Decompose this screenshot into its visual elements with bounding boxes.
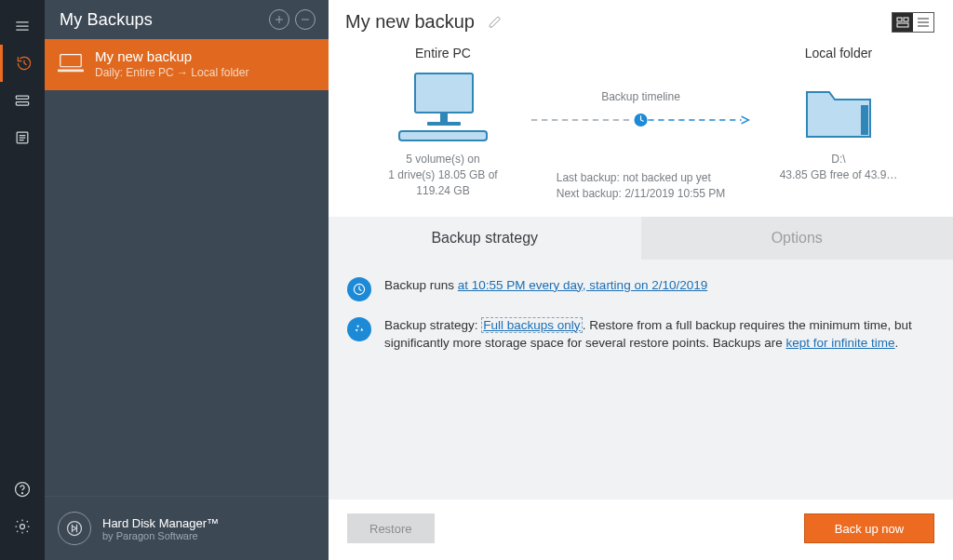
svg-rect-6: [60, 55, 81, 67]
last-backup-text: Last backup: not backed up yet: [557, 170, 725, 186]
svg-rect-1: [16, 102, 28, 105]
svg-rect-15: [399, 131, 487, 140]
backup-item-title: My new backup: [95, 48, 248, 64]
schedule-link[interactable]: at 10:55 PM every day, starting on 2/10/…: [458, 278, 707, 292]
page-title: My new backup: [345, 11, 475, 33]
backup-runs-text: Backup runs at 10:55 PM every day, start…: [384, 276, 707, 295]
add-backup-button[interactable]: [269, 9, 289, 30]
branding: Hard Disk Manager™ by Paragon Software: [45, 496, 329, 560]
svg-point-8: [68, 522, 82, 536]
clock-icon: [347, 277, 371, 301]
dest-meta-2: 43.85 GB free of 43.9…: [780, 167, 898, 183]
strategy-mode-link[interactable]: Full backups only: [481, 317, 582, 333]
source-meta-3: 119.24 GB: [388, 183, 497, 199]
svg-rect-10: [904, 18, 908, 21]
svg-rect-12: [415, 73, 473, 113]
svg-rect-9: [897, 18, 902, 21]
svg-rect-0: [16, 96, 28, 99]
svg-rect-14: [427, 122, 461, 126]
brand-logo-icon: [58, 512, 91, 545]
next-backup-text: Next backup: 2/11/2019 10:55 PM: [557, 186, 725, 202]
svg-rect-11: [897, 23, 908, 27]
history-icon[interactable]: [0, 45, 45, 82]
remove-backup-button[interactable]: [295, 9, 315, 30]
restore-button[interactable]: Restore: [347, 513, 435, 543]
view-cards-button[interactable]: [893, 13, 913, 32]
edit-icon[interactable]: [488, 15, 503, 30]
view-list-button[interactable]: [913, 13, 933, 32]
dest-title: Local folder: [805, 46, 872, 60]
dest-column: Local folder D:\ 43.85 GB free of 43.9…: [750, 46, 927, 183]
timeline-column: Backup timeline Last backup: not backed …: [531, 46, 750, 202]
source-meta-2: 1 drive(s) 18.05 GB of: [388, 167, 497, 183]
settings-icon[interactable]: [0, 508, 45, 545]
tabs: Backup strategy Options: [329, 217, 953, 260]
help-icon[interactable]: [0, 471, 45, 508]
list-icon[interactable]: [0, 119, 45, 156]
folder-illustration: [801, 70, 876, 142]
source-title: Entire PC: [415, 46, 471, 60]
svg-point-4: [22, 493, 23, 494]
pc-illustration: [392, 70, 494, 142]
backup-now-button[interactable]: Back up now: [804, 513, 934, 543]
source-meta-1: 5 volume(s) on: [388, 152, 497, 167]
source-column: Entire PC 5 volume(s) on 1 drive(s) 18.0…: [355, 46, 531, 198]
brand-line2: by Paragon Software: [102, 530, 219, 541]
sidebar: My Backups My new backup Daily: Entire P…: [45, 0, 329, 560]
dest-meta-1: D:\: [780, 152, 898, 167]
svg-point-5: [20, 525, 25, 529]
timeline-label: Backup timeline: [601, 90, 680, 103]
drives-icon[interactable]: [0, 82, 45, 119]
recycle-icon: [347, 317, 371, 341]
sidebar-title: My Backups: [60, 10, 269, 30]
timeline-graphic: [531, 111, 750, 129]
svg-rect-19: [861, 105, 868, 135]
nav-iconbar: [0, 0, 45, 560]
tab-backup-strategy[interactable]: Backup strategy: [329, 217, 641, 260]
main-panel: My new backup Entire PC: [329, 0, 953, 560]
footer: Restore Back up now: [329, 500, 953, 560]
backup-list-item[interactable]: My new backup Daily: Entire PC → Local f…: [45, 39, 329, 90]
menu-icon[interactable]: [0, 7, 45, 45]
svg-rect-7: [58, 70, 84, 73]
view-toggle: [892, 12, 934, 33]
backup-item-subtitle: Daily: Entire PC → Local folder: [95, 66, 248, 79]
pc-icon: [58, 52, 84, 74]
tab-body-strategy: Backup runs at 10:55 PM every day, start…: [329, 260, 953, 500]
backup-diagram: Entire PC 5 volume(s) on 1 drive(s) 18.0…: [329, 40, 953, 211]
brand-line1: Hard Disk Manager™: [102, 516, 219, 530]
retention-link[interactable]: kept for infinite time: [785, 336, 894, 350]
svg-rect-13: [440, 113, 448, 122]
tab-options[interactable]: Options: [641, 217, 954, 260]
backup-strategy-text: Backup strategy: Full backups only. Rest…: [384, 316, 934, 353]
